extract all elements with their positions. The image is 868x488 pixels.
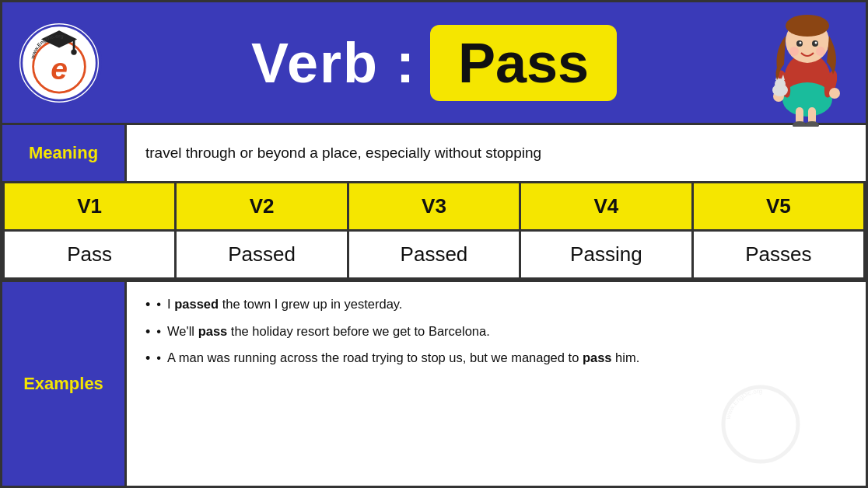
list-item: •A man was running across the road tryin… (145, 347, 639, 371)
meaning-badge: Meaning (2, 125, 127, 181)
word-box: Pass (430, 25, 617, 101)
list-item: •We'll pass the holiday resort before we… (145, 320, 639, 344)
cell-v5: Passes (692, 231, 864, 279)
svg-point-25 (800, 42, 802, 44)
col-header-v1: V1 (4, 183, 176, 231)
logo-svg: e www.EngDic.org (19, 20, 99, 106)
svg-point-18 (775, 78, 786, 89)
cell-v3: Passed (348, 231, 520, 279)
table-row: Pass Passed Passed Passing Passes (4, 231, 865, 279)
cell-v2: Passed (176, 231, 348, 279)
list-item: •I passed the town I grew up in yesterda… (145, 293, 639, 317)
svg-point-11 (793, 121, 807, 127)
watermark: www.EngDic.org (718, 382, 803, 470)
svg-point-29 (723, 387, 798, 462)
logo: e www.EngDic.org (16, 20, 102, 106)
girl-illustration (757, 6, 858, 123)
svg-point-26 (815, 42, 817, 44)
meaning-row: Meaning travel through or beyond a place… (2, 123, 866, 181)
verb-table: V1 V2 V3 V4 V5 Pass Passed Passed Passin… (2, 181, 866, 280)
svg-point-16 (829, 88, 840, 99)
svg-rect-4 (73, 39, 75, 51)
header-title: Verb : Pass (251, 25, 617, 101)
examples-row: Examples •I passed the town I grew up in… (2, 280, 866, 486)
svg-point-22 (786, 15, 829, 37)
verb-label: Verb : (251, 31, 416, 95)
logo-circle: e www.EngDic.org (16, 20, 102, 106)
cell-v4: Passing (520, 231, 692, 279)
cell-v1: Pass (4, 231, 176, 279)
svg-point-12 (805, 121, 819, 127)
card: e www.EngDic.org Verb : Pass (0, 0, 868, 488)
examples-badge: Examples (2, 282, 127, 486)
header: e www.EngDic.org Verb : Pass (2, 2, 866, 123)
svg-point-28 (816, 47, 825, 56)
svg-point-27 (789, 47, 799, 56)
col-header-v4: V4 (520, 183, 692, 231)
word: Pass (458, 32, 589, 94)
girl-svg (757, 6, 858, 127)
svg-point-5 (71, 49, 76, 54)
col-header-v2: V2 (176, 183, 348, 231)
svg-text:www.EngDic.org: www.EngDic.org (724, 388, 762, 420)
col-header-v3: V3 (348, 183, 520, 231)
col-header-v5: V5 (692, 183, 864, 231)
svg-text:e: e (51, 52, 68, 85)
examples-list: •I passed the town I grew up in yesterda… (127, 282, 658, 385)
meaning-text: travel through or beyond a place, especi… (127, 131, 560, 176)
